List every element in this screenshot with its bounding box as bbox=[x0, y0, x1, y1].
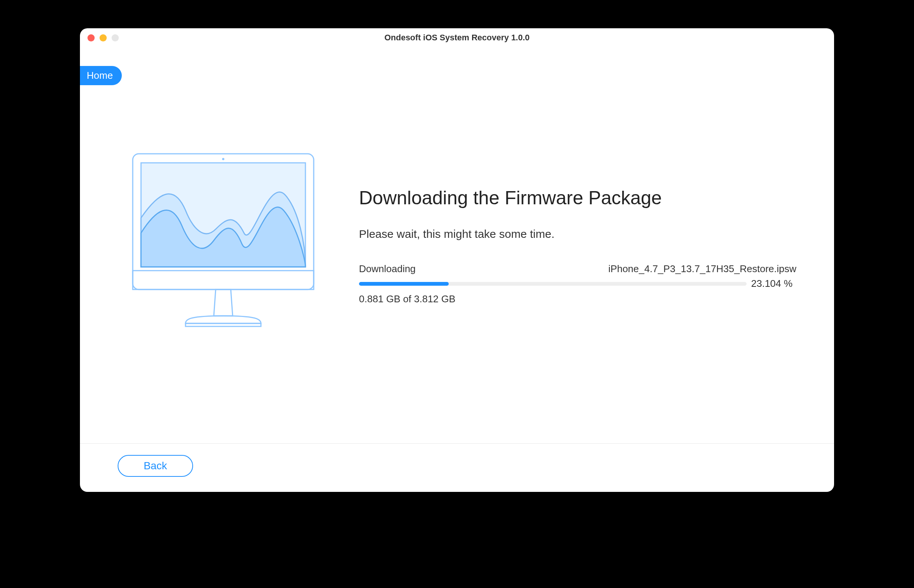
computer-icon bbox=[118, 146, 329, 342]
progress-bar bbox=[359, 282, 747, 286]
progress-percent: 23.104 % bbox=[751, 278, 796, 289]
download-panel: Downloading the Firmware Package Please … bbox=[359, 183, 796, 305]
imac-illustration bbox=[118, 146, 329, 342]
maximize-window-button[interactable] bbox=[112, 34, 119, 42]
window-title: Ondesoft iOS System Recovery 1.0.0 bbox=[87, 33, 827, 43]
download-status-label: Downloading bbox=[359, 263, 416, 275]
main-content: Downloading the Firmware Package Please … bbox=[80, 45, 834, 443]
svg-rect-1 bbox=[133, 271, 314, 289]
download-size: 0.881 GB of 3.812 GB bbox=[359, 293, 796, 305]
close-window-button[interactable] bbox=[87, 34, 95, 42]
progress-fill bbox=[359, 282, 449, 286]
page-subtitle: Please wait, this might take some time. bbox=[359, 228, 796, 241]
home-button[interactable]: Home bbox=[80, 66, 122, 85]
download-filename: iPhone_4.7_P3_13.7_17H35_Restore.ipsw bbox=[608, 263, 796, 275]
progress-row: 23.104 % bbox=[359, 278, 796, 289]
titlebar: Ondesoft iOS System Recovery 1.0.0 bbox=[80, 28, 834, 45]
minimize-window-button[interactable] bbox=[100, 34, 107, 42]
svg-point-2 bbox=[222, 158, 224, 160]
traffic-lights bbox=[87, 34, 119, 42]
app-window: Ondesoft iOS System Recovery 1.0.0 Home bbox=[80, 28, 834, 492]
footer: Back bbox=[80, 443, 834, 492]
download-info-row: Downloading iPhone_4.7_P3_13.7_17H35_Res… bbox=[359, 263, 796, 275]
back-button[interactable]: Back bbox=[118, 455, 193, 477]
page-heading: Downloading the Firmware Package bbox=[359, 187, 796, 209]
